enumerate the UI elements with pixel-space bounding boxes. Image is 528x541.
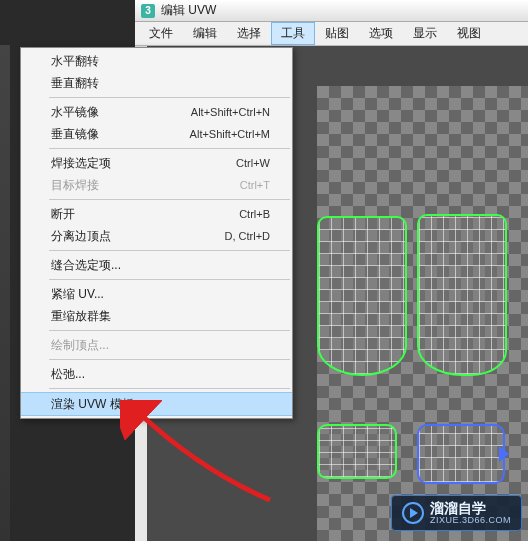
menu-separator xyxy=(49,250,290,251)
menubar: 文件编辑选择工具贴图选项显示视图 xyxy=(135,22,528,46)
menu-item-shortcut: Ctrl+T xyxy=(240,179,270,191)
menu-item-shortcut: Alt+Shift+Ctrl+M xyxy=(190,128,270,140)
menu-item[interactable]: 选项 xyxy=(359,22,403,45)
play-icon xyxy=(402,502,424,524)
menu-item-label: 分离边顶点 xyxy=(51,228,111,245)
tools-dropdown-menu: 水平翻转垂直翻转水平镜像Alt+Shift+Ctrl+N垂直镜像Alt+Shif… xyxy=(20,47,293,419)
menu-item[interactable]: 垂直镜像Alt+Shift+Ctrl+M xyxy=(21,123,292,145)
menu-item-label: 焊接选定项 xyxy=(51,155,111,172)
menu-item: 目标焊接Ctrl+T xyxy=(21,174,292,196)
window-title: 编辑 UVW xyxy=(161,2,216,19)
titlebar: 3 编辑 UVW xyxy=(135,0,528,22)
menu-item-label: 断开 xyxy=(51,206,75,223)
menu-item[interactable]: 紧缩 UV... xyxy=(21,283,292,305)
menu-item[interactable]: 焊接选定项Ctrl+W xyxy=(21,152,292,174)
menu-item-label: 垂直镜像 xyxy=(51,126,99,143)
menu-item[interactable]: 重缩放群集 xyxy=(21,305,292,327)
menu-item[interactable]: 贴图 xyxy=(315,22,359,45)
menu-item[interactable]: 显示 xyxy=(403,22,447,45)
menu-item-label: 水平翻转 xyxy=(51,53,99,70)
menu-item-label: 垂直翻转 xyxy=(51,75,99,92)
menu-item-shortcut: Ctrl+B xyxy=(239,208,270,220)
menu-item[interactable]: 编辑 xyxy=(183,22,227,45)
menu-item[interactable]: 垂直翻转 xyxy=(21,72,292,94)
menu-item-label: 目标焊接 xyxy=(51,177,99,194)
watermark-brand: 溜溜自学 xyxy=(430,501,511,515)
menu-item: 绘制顶点... xyxy=(21,334,292,356)
menu-separator xyxy=(49,199,290,200)
uv-island[interactable] xyxy=(417,214,507,376)
menu-item[interactable]: 缝合选定项... xyxy=(21,254,292,276)
menu-item[interactable]: 松弛... xyxy=(21,363,292,385)
menu-item[interactable]: 文件 xyxy=(139,22,183,45)
menu-separator xyxy=(49,97,290,98)
uv-island[interactable] xyxy=(317,216,407,376)
menu-item-label: 水平镜像 xyxy=(51,104,99,121)
menu-item[interactable]: 视图 xyxy=(447,22,491,45)
watermark-badge: 溜溜自学 ZIXUE.3D66.COM xyxy=(391,495,522,531)
menu-item-label: 松弛... xyxy=(51,366,85,383)
menu-item-label: 绘制顶点... xyxy=(51,337,109,354)
menu-item[interactable]: 断开Ctrl+B xyxy=(21,203,292,225)
uv-island[interactable] xyxy=(317,424,397,479)
menu-separator xyxy=(49,279,290,280)
watermark-url: ZIXUE.3D66.COM xyxy=(430,515,511,525)
menu-item[interactable]: 渲染 UVW 模板... xyxy=(21,392,292,416)
menu-item-label: 缝合选定项... xyxy=(51,257,121,274)
menu-separator xyxy=(49,359,290,360)
menu-item-label: 渲染 UVW 模板... xyxy=(51,396,144,413)
menu-separator xyxy=(49,148,290,149)
menu-item[interactable]: 水平镜像Alt+Shift+Ctrl+N xyxy=(21,101,292,123)
menu-separator xyxy=(49,330,290,331)
menu-item-shortcut: D, Ctrl+D xyxy=(224,230,270,242)
menu-item[interactable]: 分离边顶点D, Ctrl+D xyxy=(21,225,292,247)
uv-island[interactable] xyxy=(417,424,505,484)
menu-item-label: 重缩放群集 xyxy=(51,308,111,325)
menu-item[interactable]: 工具 xyxy=(271,22,315,45)
app-icon: 3 xyxy=(141,4,155,18)
menu-item[interactable]: 水平翻转 xyxy=(21,50,292,72)
menu-item-shortcut: Alt+Shift+Ctrl+N xyxy=(191,106,270,118)
uv-checker-background xyxy=(317,86,528,541)
menu-item[interactable]: 选择 xyxy=(227,22,271,45)
menu-separator xyxy=(49,388,290,389)
menu-item-label: 紧缩 UV... xyxy=(51,286,104,303)
menu-item-shortcut: Ctrl+W xyxy=(236,157,270,169)
